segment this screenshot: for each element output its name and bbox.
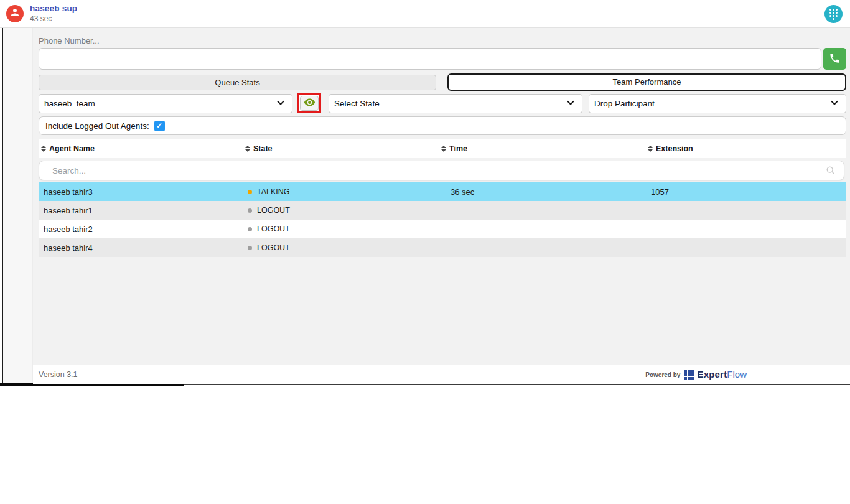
eye-icon: [304, 96, 315, 110]
expertflow-wordmark: ExpertFlow: [697, 369, 747, 380]
filter-row: haseeb_team Select State Drop Participan…: [39, 93, 846, 113]
state-timer: 43 sec: [30, 15, 77, 24]
chevron-down-icon: [567, 98, 574, 105]
agent-name-cell: haseeb tahir2: [39, 225, 243, 234]
column-header-state[interactable]: State: [243, 144, 439, 153]
sort-icon: [41, 146, 46, 152]
agent-name-cell: haseeb tahir4: [39, 243, 243, 253]
dialpad-button[interactable]: [824, 5, 843, 23]
column-label: Agent Name: [49, 144, 95, 153]
chevron-down-icon: [277, 98, 284, 105]
team-select-value: haseeb_team: [44, 99, 95, 108]
table-search: [39, 161, 844, 180]
status-dot: [248, 246, 252, 250]
team-select[interactable]: haseeb_team: [39, 94, 292, 113]
state-select-value: Select State: [334, 99, 380, 108]
table-row[interactable]: haseeb tahir4 LOGOUT: [39, 238, 846, 257]
table-row[interactable]: haseeb tahir3 TALKING 36 sec 1057: [39, 182, 846, 201]
state-label: LOGOUT: [257, 225, 290, 233]
phone-icon: [829, 52, 841, 66]
status-dot: [248, 227, 252, 231]
search-input[interactable]: [39, 161, 844, 180]
state-label: LOGOUT: [257, 243, 290, 252]
view-team-button[interactable]: [300, 96, 319, 111]
phone-number-input[interactable]: [39, 48, 821, 70]
dialer-row: [39, 48, 846, 70]
include-logged-out-label: Include Logged Out Agents:: [45, 121, 149, 131]
app-footer: Version 3.1 Powered by ExpertFlow: [33, 365, 850, 384]
column-label: State: [253, 144, 273, 153]
state-label: TALKING: [257, 187, 290, 196]
agent-name-cell: haseeb tahir1: [39, 206, 243, 215]
view-tabs: Queue Stats Team Performance: [39, 73, 846, 91]
search-icon: [826, 166, 836, 178]
brand-bold: Expert: [697, 369, 727, 380]
dialpad-icon: [829, 9, 838, 17]
state-cell: LOGOUT: [243, 206, 439, 215]
powered-by-label: Powered by: [645, 371, 680, 378]
phone-number-label: Phone Number...: [39, 36, 846, 45]
top-bar: haseeb sup 43 sec: [0, 0, 850, 28]
column-header-time[interactable]: Time: [439, 144, 645, 153]
column-header-agent-name[interactable]: Agent Name: [39, 144, 243, 153]
drop-participant-select[interactable]: Drop Participant: [589, 94, 846, 113]
version-label: Version 3.1: [39, 370, 78, 379]
column-header-extension[interactable]: Extension: [645, 144, 846, 153]
drop-participant-value: Drop Participant: [594, 99, 655, 108]
state-label: LOGOUT: [257, 206, 290, 215]
main-content: Phone Number... Queue Stats Team Perform…: [33, 28, 850, 384]
column-label: Extension: [656, 144, 693, 153]
status-dot: [248, 190, 252, 194]
eye-highlight-box: [297, 93, 321, 113]
status-dot: [248, 208, 252, 213]
person-icon: [9, 7, 21, 21]
include-logged-out-bar: Include Logged Out Agents: ✓: [39, 116, 846, 135]
table-header-row: Agent Name State Time Extension: [39, 139, 846, 158]
sort-icon: [245, 146, 250, 152]
dialpad-icon-dot: [833, 18, 834, 20]
sort-icon: [441, 146, 446, 152]
state-cell: TALKING: [243, 187, 439, 196]
tab-queue-stats[interactable]: Queue Stats: [39, 75, 436, 90]
extension-cell: 1057: [645, 187, 846, 197]
user-name: haseeb sup: [30, 4, 77, 14]
agents-table: Agent Name State Time Extension haseeb t…: [39, 139, 846, 257]
column-label: Time: [449, 144, 467, 153]
user-info: haseeb sup 43 sec: [30, 4, 77, 23]
include-logged-out-checkbox[interactable]: ✓: [154, 121, 165, 131]
tab-team-performance[interactable]: Team Performance: [447, 73, 846, 91]
table-row[interactable]: haseeb tahir2 LOGOUT: [39, 220, 846, 238]
chevron-down-icon: [831, 98, 838, 105]
table-row[interactable]: haseeb tahir1 LOGOUT: [39, 201, 846, 220]
powered-by: Powered by ExpertFlow: [645, 369, 747, 380]
time-cell: 36 sec: [439, 187, 645, 197]
state-select[interactable]: Select State: [329, 94, 582, 113]
state-cell: LOGOUT: [243, 243, 439, 252]
agent-name-cell: haseeb tahir3: [39, 187, 243, 197]
call-button[interactable]: [823, 48, 846, 70]
user-avatar[interactable]: [6, 5, 24, 22]
left-sidebar: [3, 28, 33, 385]
sort-icon: [648, 146, 653, 152]
expertflow-logo-icon: [684, 370, 694, 380]
brand-light: Flow: [727, 369, 747, 380]
viewport-bottom-border-thin: [184, 384, 850, 385]
state-cell: LOGOUT: [243, 225, 439, 233]
